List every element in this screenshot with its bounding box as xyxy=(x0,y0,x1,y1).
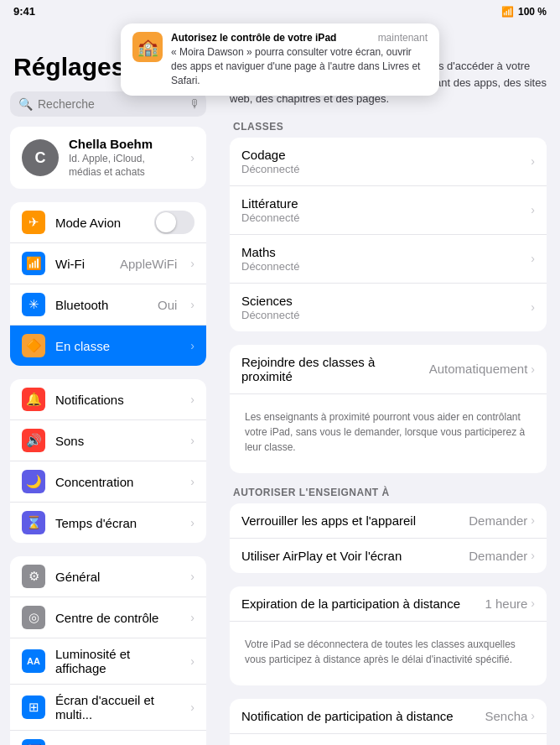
notification-banner[interactable]: 🏫 maintenant Autorisez le contrôle de vo… xyxy=(121,23,439,96)
temps-chevron-icon: › xyxy=(190,516,194,529)
expiration-title: Expiration de la participation à distanc… xyxy=(241,597,485,611)
class-sciences-status: Déconnecté xyxy=(241,309,531,321)
sidebar-item-centre[interactable]: ◎ Centre de contrôle › xyxy=(10,597,206,638)
enclasse-chevron-icon: › xyxy=(190,339,194,352)
user-name: Chella Boehm xyxy=(69,137,177,151)
notif-participation-title: Notification de participation à distance xyxy=(241,709,485,723)
bluetooth-chevron-icon: › xyxy=(190,298,194,311)
luminosite-chevron-icon: › xyxy=(190,654,194,668)
mic-icon[interactable]: 🎙 xyxy=(189,97,201,111)
notif-app-icon: 🏫 xyxy=(132,32,163,62)
bluetooth-icon: ✳ xyxy=(22,293,45,316)
wifi-icon: 📶 xyxy=(501,6,514,18)
settings-group-alerts: 🔔 Notifications › 🔊 Sons › 🌙 Concentrati… xyxy=(10,379,206,543)
join-value: Automatiquement xyxy=(429,362,528,376)
general-chevron-icon: › xyxy=(190,570,194,583)
verrouiller-title: Verrouiller les apps et l'appareil xyxy=(241,513,469,528)
class-litterature-chevron-icon: › xyxy=(531,203,535,216)
class-maths-status: Déconnecté xyxy=(241,260,531,273)
class-codage-chevron-icon: › xyxy=(531,154,535,168)
airplay-chevron-icon: › xyxy=(531,549,535,562)
expiration-note: Votre iPad se déconnectera de toutes les… xyxy=(241,632,535,675)
notif-participation-item[interactable]: Notification de participation à distance… xyxy=(230,699,547,734)
user-card[interactable]: C Chella Boehm Id. Apple, iCloud,médias … xyxy=(10,127,206,189)
airplay-title: Utiliser AirPlay et Voir l'écran xyxy=(241,549,469,563)
classes-group: Codage Déconnecté › Littérature Déconnec… xyxy=(230,138,547,331)
autoriser-header: AUTORISER L'ENSEIGNANT À xyxy=(230,487,547,498)
user-chevron-icon: › xyxy=(190,151,194,164)
wifi-settings-icon: 📶 xyxy=(22,252,45,275)
expiration-chevron-icon: › xyxy=(531,597,535,610)
settings-group-connectivity: ✈ Mode Avion 📶 Wi-Fi AppleWiFi › ✳ Bluet… xyxy=(10,202,206,366)
sidebar-item-luminosite[interactable]: AA Luminosité et affichage › xyxy=(10,638,206,685)
classes-header: CLASSES xyxy=(230,121,547,133)
sidebar-item-accessibilite[interactable]: ♿ Accessibilité › xyxy=(10,731,206,745)
class-maths[interactable]: Maths Déconnecté › xyxy=(230,235,547,284)
sidebar-item-ecran[interactable]: ⊞ Écran d'accueil et multi... › xyxy=(10,685,206,731)
ecran-label: Écran d'accueil et multi... xyxy=(55,693,177,722)
search-input[interactable] xyxy=(38,97,184,111)
sidebar-item-bluetooth[interactable]: ✳ Bluetooth Oui › xyxy=(10,284,206,326)
join-group: Rejoindre des classes à proximité Automa… xyxy=(230,345,547,473)
bluetooth-value: Oui xyxy=(158,298,177,312)
join-note: Les enseignants à proximité pourront vou… xyxy=(241,404,535,463)
sidebar-item-airplane[interactable]: ✈ Mode Avion xyxy=(10,202,206,243)
concentration-chevron-icon: › xyxy=(190,475,194,488)
airplane-label: Mode Avion xyxy=(55,216,144,230)
expiration-item[interactable]: Expiration de la participation à distanc… xyxy=(230,586,547,622)
sidebar-item-wifi[interactable]: 📶 Wi-Fi AppleWiFi › xyxy=(10,243,206,284)
accessibilite-icon: ♿ xyxy=(22,739,45,745)
sidebar-item-enclasse[interactable]: 🔶 En classe › xyxy=(10,326,206,366)
class-sciences[interactable]: Sciences Déconnecté › xyxy=(230,284,547,331)
airplane-icon: ✈ xyxy=(22,211,45,234)
notif-participation-value: Sencha xyxy=(485,709,527,723)
notif-body: « Moira Dawson » pourra consulter votre … xyxy=(171,45,428,87)
wifi-chevron-icon: › xyxy=(190,257,194,270)
sidebar-item-temps[interactable]: ⌛ Temps d'écran › xyxy=(10,503,206,543)
user-info: Chella Boehm Id. Apple, iCloud,médias et… xyxy=(69,137,177,179)
user-sub: Id. Apple, iCloud,médias et achats xyxy=(69,153,177,179)
join-note-row: Les enseignants à proximité pourront vou… xyxy=(230,394,547,473)
verrouiller-chevron-icon: › xyxy=(531,513,535,527)
airplane-toggle[interactable] xyxy=(154,211,194,234)
sidebar-item-general[interactable]: ⚙ Général › xyxy=(10,556,206,597)
sidebar: Réglages 🔍 🎙 C Chella Boehm Id. Apple, i… xyxy=(0,44,216,745)
settings-group-system: ⚙ Général › ◎ Centre de contrôle › AA Lu… xyxy=(10,556,206,745)
class-codage[interactable]: Codage Déconnecté › xyxy=(230,138,547,186)
luminosite-icon: AA xyxy=(22,649,45,673)
status-time: 9:41 xyxy=(13,5,35,18)
battery-icon: 100 % xyxy=(518,6,547,18)
class-sciences-chevron-icon: › xyxy=(531,300,535,314)
sidebar-item-concentration[interactable]: 🌙 Concentration › xyxy=(10,461,206,503)
join-chevron-icon: › xyxy=(531,362,535,376)
notif-participation-note-row: Sélectionnez le son accompagnant la noti… xyxy=(230,734,547,746)
class-maths-chevron-icon: › xyxy=(531,252,535,265)
expiration-note-row: Votre iPad se déconnectera de toutes les… xyxy=(230,622,547,685)
join-title: Rejoindre des classes à proximité xyxy=(241,355,429,383)
sons-icon: 🔊 xyxy=(22,429,45,452)
join-item[interactable]: Rejoindre des classes à proximité Automa… xyxy=(230,345,547,394)
notifications-chevron-icon: › xyxy=(190,393,194,406)
centre-label: Centre de contrôle xyxy=(55,611,177,625)
bluetooth-label: Bluetooth xyxy=(55,298,148,312)
autoriser-verrouiller[interactable]: Verrouiller les apps et l'appareil Deman… xyxy=(230,503,547,539)
avatar: C xyxy=(22,139,59,176)
ecran-chevron-icon: › xyxy=(190,701,194,714)
sons-label: Sons xyxy=(55,434,177,448)
autoriser-airplay[interactable]: Utiliser AirPlay et Voir l'écran Demande… xyxy=(230,539,547,573)
airplay-value: Demander xyxy=(469,549,527,563)
notif-participation-chevron-icon: › xyxy=(531,709,535,722)
class-codage-status: Déconnecté xyxy=(241,163,531,175)
concentration-icon: 🌙 xyxy=(22,470,45,493)
wifi-value: AppleWiFi xyxy=(120,257,177,271)
notifications-label: Notifications xyxy=(55,393,177,407)
general-icon: ⚙ xyxy=(22,565,45,588)
luminosite-label: Luminosité et affichage xyxy=(55,647,177,675)
temps-label: Temps d'écran xyxy=(55,516,177,530)
right-panel: L'app « En classe » permet aux enseignan… xyxy=(216,44,560,745)
sidebar-item-sons[interactable]: 🔊 Sons › xyxy=(10,420,206,461)
class-litterature-title: Littérature xyxy=(241,196,531,211)
class-litterature[interactable]: Littérature Déconnecté › xyxy=(230,186,547,235)
verrouiller-value: Demander xyxy=(469,513,527,528)
sidebar-item-notifications[interactable]: 🔔 Notifications › xyxy=(10,379,206,420)
